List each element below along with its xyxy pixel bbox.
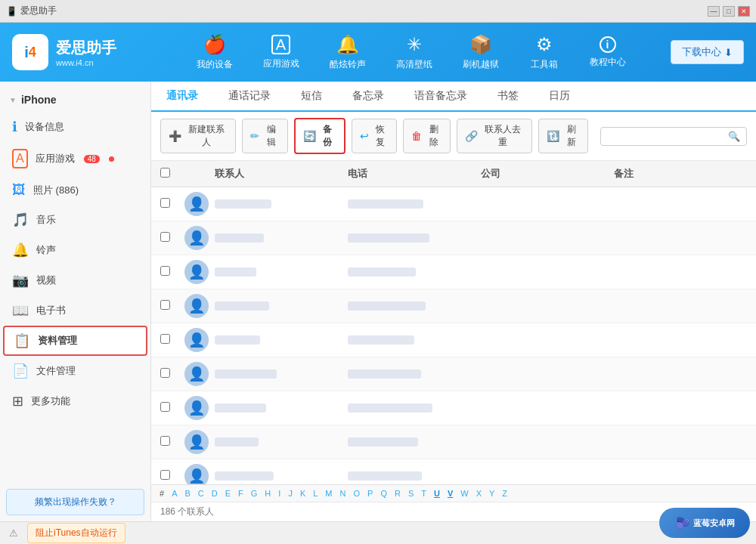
- select-all-checkbox[interactable]: [160, 168, 170, 178]
- alpha-m[interactable]: M: [323, 488, 334, 499]
- new-contact-button[interactable]: ➕ 新建联系人: [160, 119, 236, 153]
- alpha-h[interactable]: H: [262, 488, 273, 499]
- freq-btn[interactable]: 频繁出现操作失败？: [6, 489, 144, 515]
- download-button[interactable]: 下载中心 ⬇: [671, 40, 744, 64]
- table-row[interactable]: 👤: [151, 425, 756, 459]
- close-button[interactable]: ✕: [738, 6, 750, 17]
- sidebar-item-file-manage[interactable]: 📄 文件管理: [0, 356, 150, 386]
- nav-tab-app-games[interactable]: A 应用游戏: [251, 29, 311, 76]
- alpha-j[interactable]: J: [286, 488, 295, 499]
- file-manage-label: 文件管理: [36, 364, 76, 378]
- table-row[interactable]: 👤: [151, 459, 756, 484]
- tab-voice-notes[interactable]: 语音备忘录: [399, 82, 482, 112]
- alpha-s[interactable]: S: [406, 488, 416, 499]
- row-check: [160, 368, 184, 380]
- row-name: [215, 437, 348, 447]
- alpha-y[interactable]: Y: [487, 488, 497, 499]
- video-label: 视频: [36, 274, 56, 287]
- row-check: [160, 436, 184, 448]
- tab-notes[interactable]: 备忘录: [337, 82, 399, 112]
- tab-bookmarks[interactable]: 书签: [482, 82, 534, 112]
- nav-tab-tools[interactable]: ⚙ 工具箱: [517, 28, 572, 77]
- more-label: 更多功能: [31, 394, 70, 408]
- row-avatar: 👤: [184, 362, 215, 386]
- sidebar-item-data-manage[interactable]: 📋 资料管理: [3, 326, 147, 356]
- row-phone: [348, 437, 481, 447]
- edit-button[interactable]: ✏ 编辑: [242, 119, 288, 153]
- nav-tab-tutorials[interactable]: i 教程中心: [578, 30, 638, 75]
- alpha-d[interactable]: D: [209, 488, 220, 499]
- table-row[interactable]: 👤: [151, 187, 756, 221]
- alpha-hash[interactable]: #: [157, 488, 166, 499]
- row-checkbox[interactable]: [160, 334, 170, 344]
- tab-sms[interactable]: 短信: [286, 82, 337, 112]
- table-row[interactable]: 👤: [151, 357, 756, 391]
- table-row[interactable]: 👤: [151, 391, 756, 425]
- row-checkbox[interactable]: [160, 470, 170, 480]
- alpha-c[interactable]: C: [196, 488, 206, 499]
- row-checkbox[interactable]: [160, 266, 170, 276]
- alpha-k[interactable]: K: [298, 488, 308, 499]
- alpha-w[interactable]: W: [458, 488, 470, 499]
- alpha-n[interactable]: N: [338, 488, 349, 499]
- sidebar-item-ebook[interactable]: 📖 电子书: [0, 295, 150, 326]
- my-device-label: 我的设备: [197, 58, 233, 71]
- sidebar-item-music[interactable]: 🎵 音乐: [0, 205, 150, 235]
- table-row[interactable]: 👤: [151, 221, 756, 255]
- nav-tab-my-device[interactable]: 🍎 我的设备: [184, 28, 245, 77]
- alpha-z[interactable]: Z: [500, 488, 510, 499]
- alpha-r[interactable]: R: [392, 488, 403, 499]
- tutorials-label: 教程中心: [590, 56, 626, 69]
- alpha-l[interactable]: L: [311, 488, 320, 499]
- alpha-g[interactable]: G: [249, 488, 260, 499]
- table-row[interactable]: 👤: [151, 323, 756, 357]
- alpha-t[interactable]: T: [419, 488, 429, 499]
- alpha-v[interactable]: V: [445, 488, 455, 499]
- sidebar-item-video[interactable]: 📷 视频: [0, 265, 150, 295]
- delete-button[interactable]: 🗑 删除: [403, 119, 451, 153]
- table-row[interactable]: 👤: [151, 255, 756, 289]
- row-checkbox[interactable]: [160, 436, 170, 446]
- maximize-button[interactable]: □: [723, 6, 735, 17]
- backup-button[interactable]: 🔄 备份: [294, 118, 345, 154]
- minimize-button[interactable]: —: [708, 6, 720, 17]
- deduplicate-button[interactable]: 🔗 联系人去重: [457, 119, 532, 153]
- restore-label: 恢复: [372, 123, 389, 149]
- sidebar-item-ringtones[interactable]: 🔔 铃声: [0, 235, 150, 265]
- download-label: 下载中心: [682, 45, 721, 59]
- alpha-f[interactable]: F: [236, 488, 246, 499]
- tab-calendar[interactable]: 日历: [534, 82, 585, 112]
- table-row[interactable]: 👤: [151, 289, 756, 323]
- alpha-x[interactable]: X: [474, 488, 484, 499]
- nav-tab-wallpapers[interactable]: ✳ 高清壁纸: [384, 28, 445, 77]
- alphabet-bar: # A B C D E F G H I J K L M N O P Q R S …: [151, 484, 756, 502]
- alpha-a[interactable]: A: [169, 488, 179, 499]
- app-badge: 48: [84, 155, 100, 163]
- nav-tab-jailbreak[interactable]: 📦 刷机越狱: [451, 28, 511, 77]
- row-phone: [348, 369, 481, 379]
- row-checkbox[interactable]: [160, 198, 170, 208]
- row-checkbox[interactable]: [160, 402, 170, 412]
- sidebar-item-more[interactable]: ⊞ 更多功能: [0, 386, 150, 416]
- alpha-p[interactable]: P: [365, 488, 375, 499]
- row-checkbox[interactable]: [160, 368, 170, 378]
- tab-contacts[interactable]: 通讯录: [151, 82, 213, 112]
- row-checkbox[interactable]: [160, 300, 170, 310]
- refresh-button[interactable]: 🔃 刷新: [538, 119, 588, 153]
- nav-tab-ringtones[interactable]: 🔔 酷炫铃声: [318, 28, 378, 77]
- row-checkbox[interactable]: [160, 232, 170, 242]
- alpha-q[interactable]: Q: [378, 488, 389, 499]
- alpha-o[interactable]: O: [351, 488, 362, 499]
- tab-call-log[interactable]: 通话记录: [213, 82, 286, 112]
- itunes-notice-btn[interactable]: 阻止iTunes自动运行: [27, 523, 125, 543]
- deduplicate-icon: 🔗: [465, 130, 478, 142]
- alpha-i[interactable]: I: [276, 488, 283, 499]
- restore-button[interactable]: ↩ 恢复: [352, 119, 398, 153]
- alpha-u[interactable]: U: [432, 488, 442, 499]
- alpha-b[interactable]: B: [182, 488, 192, 499]
- sidebar-item-app-games[interactable]: A 应用游戏 48: [0, 142, 150, 175]
- sidebar-item-device-info[interactable]: ℹ 设备信息: [0, 112, 150, 142]
- sidebar-item-photos[interactable]: 🖼 照片 (886): [0, 175, 150, 205]
- alpha-e[interactable]: E: [223, 488, 233, 499]
- search-input[interactable]: [607, 131, 728, 142]
